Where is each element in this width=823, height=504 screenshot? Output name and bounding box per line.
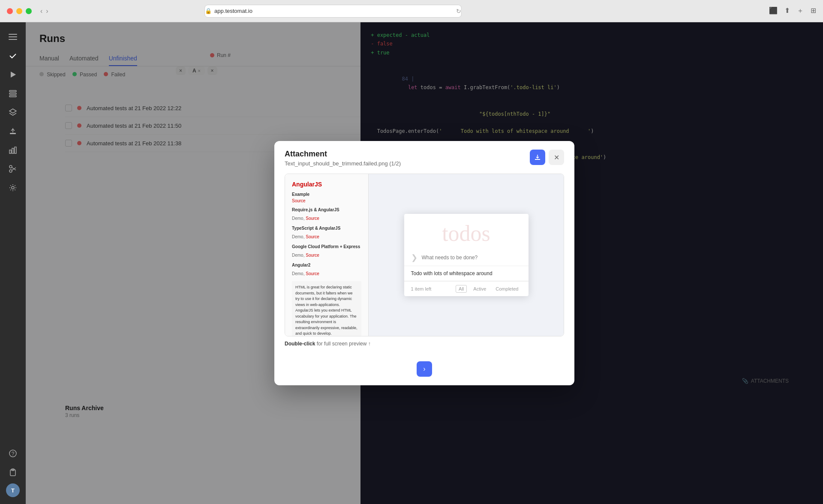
sidebar-icon-list[interactable] bbox=[5, 86, 21, 101]
ng-example-title: Example bbox=[292, 192, 361, 197]
screenshot-preview: AngularJS Example Source Require.js & An… bbox=[285, 174, 564, 336]
minimize-traffic-light[interactable] bbox=[16, 8, 22, 14]
modal-title: Attachment bbox=[285, 150, 401, 159]
ng-example-section: Example Source bbox=[292, 192, 361, 203]
svg-marker-3 bbox=[11, 72, 16, 78]
sidebar-icon-menu[interactable] bbox=[5, 29, 21, 45]
svg-point-16 bbox=[12, 186, 14, 189]
angularjs-preview-left: AngularJS Example Source Require.js & An… bbox=[285, 174, 369, 336]
svg-rect-1 bbox=[9, 36, 17, 37]
download-button[interactable] bbox=[530, 150, 545, 165]
svg-rect-0 bbox=[9, 34, 17, 35]
sidebar: ? T bbox=[0, 22, 26, 504]
ng-example-source-link[interactable]: Source bbox=[292, 198, 361, 203]
sidebar-icon-clipboard[interactable] bbox=[5, 465, 21, 480]
double-click-text: Double-click bbox=[285, 341, 315, 347]
fullscreen-traffic-light[interactable] bbox=[26, 8, 32, 14]
angularjs-logo: AngularJS bbox=[292, 181, 361, 188]
ng-requirejs-title: Require.js & AngularJS bbox=[292, 207, 361, 212]
ng-description: HTML is great for declaring static docum… bbox=[292, 281, 361, 336]
address-bar[interactable]: 🔒 app.testomat.io ↻ bbox=[204, 5, 462, 18]
ng-gcp-section: Google Cloud Platform + Express Demo, So… bbox=[292, 244, 361, 258]
sidebar-icon-layers[interactable] bbox=[5, 105, 21, 120]
sidebar-icon-check[interactable] bbox=[5, 48, 21, 63]
back-icon[interactable]: ‹ bbox=[40, 7, 42, 15]
todos-app-mockup: todos ❯ Todo with lots of whitespace aro… bbox=[404, 214, 529, 296]
user-avatar[interactable]: T bbox=[6, 483, 20, 497]
ng-gcp-title: Google Cloud Platform + Express bbox=[292, 244, 361, 249]
svg-rect-8 bbox=[10, 133, 16, 134]
ng-typescript-section: TypeScript & AngularJS Demo, Source bbox=[292, 226, 361, 240]
sidebar-icon-play[interactable] bbox=[5, 67, 21, 82]
share-icon[interactable]: ⬆ bbox=[784, 6, 790, 15]
modal-body: AngularJS Example Source Require.js & An… bbox=[274, 174, 574, 356]
ng-requirejs-section: Require.js & AngularJS Demo, Source bbox=[292, 207, 361, 222]
ng-typescript-title: TypeScript & AngularJS bbox=[292, 226, 361, 231]
next-icon: › bbox=[423, 365, 425, 373]
modal-header: Attachment Text_input_should_be_trimmed.… bbox=[274, 141, 574, 174]
attachment-modal: Attachment Text_input_should_be_trimmed.… bbox=[274, 141, 574, 385]
ng-gcp-source-link[interactable]: Source bbox=[306, 253, 319, 258]
forward-icon[interactable]: › bbox=[46, 7, 48, 15]
todos-app-title: todos bbox=[404, 214, 529, 249]
close-traffic-light[interactable] bbox=[7, 8, 13, 14]
svg-marker-7 bbox=[9, 109, 16, 113]
ng-angular2-title: Angular2 bbox=[292, 263, 361, 267]
sidebar-icon-chart[interactable] bbox=[5, 142, 21, 158]
svg-rect-6 bbox=[9, 96, 16, 97]
next-image-button[interactable]: › bbox=[417, 361, 432, 377]
sidebar-icon-help[interactable]: ? bbox=[5, 446, 21, 461]
todos-new-input[interactable] bbox=[422, 249, 522, 266]
modal-header-actions: ✕ bbox=[530, 150, 564, 165]
window-nav: ‹ › bbox=[40, 7, 48, 15]
svg-rect-11 bbox=[15, 147, 16, 153]
svg-rect-4 bbox=[9, 90, 16, 92]
todos-chevron-icon: ❯ bbox=[411, 253, 418, 262]
close-button[interactable]: ✕ bbox=[549, 150, 564, 165]
sidebar-icon-settings[interactable] bbox=[5, 180, 21, 195]
lock-icon: 🔒 bbox=[205, 8, 212, 14]
sidebar-icon-export[interactable] bbox=[5, 123, 21, 139]
ng-angular2-section: Angular2 Demo, Source bbox=[292, 263, 361, 277]
todos-filter-buttons: All Active Completed bbox=[456, 285, 521, 293]
modal-navigation: › bbox=[274, 356, 574, 385]
todos-footer: 1 item left All Active Completed bbox=[404, 281, 529, 296]
todos-preview-right: todos ❯ Todo with lots of whitespace aro… bbox=[369, 174, 564, 336]
todos-item-text: Todo with lots of whitespace around bbox=[411, 270, 493, 276]
svg-rect-9 bbox=[9, 150, 11, 153]
modal-subtitle: Text_input_should_be_trimmed.failed.png … bbox=[285, 160, 401, 167]
todos-item-row: Todo with lots of whitespace around bbox=[404, 266, 529, 281]
todos-filter-all[interactable]: All bbox=[456, 285, 467, 293]
double-click-hint: Double-click for full screen preview ↑ bbox=[285, 336, 564, 349]
svg-rect-5 bbox=[9, 93, 16, 94]
app-layout: ? T Runs Manual Automated Unfinished bbox=[0, 22, 823, 504]
ng-requirejs-source-link[interactable]: Source bbox=[306, 216, 319, 221]
ng-angular2-source-link[interactable]: Source bbox=[306, 271, 319, 276]
browser-chrome: ‹ › 🔒 app.testomat.io ↻ ⬛ ⬆ ＋ ⊞ bbox=[0, 0, 823, 22]
modal-title-group: Attachment Text_input_should_be_trimmed.… bbox=[285, 150, 401, 167]
todos-filter-active[interactable]: Active bbox=[470, 285, 489, 293]
avatar-initials: T bbox=[11, 487, 15, 494]
todos-items-left: 1 item left bbox=[411, 286, 432, 291]
extensions-icon[interactable]: ⬛ bbox=[769, 6, 778, 15]
refresh-icon[interactable]: ↻ bbox=[456, 8, 461, 15]
todos-filter-completed[interactable]: Completed bbox=[493, 285, 521, 293]
browser-actions: ⬛ ⬆ ＋ ⊞ bbox=[769, 6, 816, 15]
content-area: Runs Manual Automated Unfinished Run # bbox=[26, 22, 823, 504]
sidebar-icon-scissors[interactable] bbox=[5, 161, 21, 177]
sidebar-toggle-icon[interactable]: ⊞ bbox=[811, 6, 816, 15]
close-icon: ✕ bbox=[554, 153, 559, 162]
todos-input-row: ❯ bbox=[404, 249, 529, 266]
svg-rect-2 bbox=[9, 39, 17, 40]
traffic-lights bbox=[7, 8, 32, 14]
svg-rect-10 bbox=[12, 148, 14, 153]
ng-typescript-source-link[interactable]: Source bbox=[306, 234, 319, 239]
new-tab-icon[interactable]: ＋ bbox=[797, 6, 804, 15]
url-text: app.testomat.io bbox=[214, 8, 252, 14]
svg-text:?: ? bbox=[12, 451, 15, 457]
